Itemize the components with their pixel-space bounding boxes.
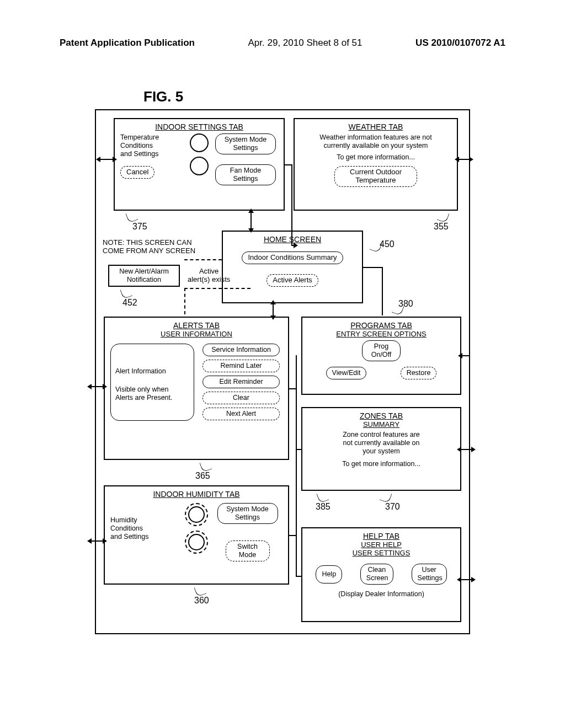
header-left: Patent Application Publication — [60, 38, 195, 49]
diagram-frame: INDOOR SETTINGS TAB Temperature Conditio… — [95, 109, 470, 634]
weather-panel: WEATHER TAB Weather information features… — [294, 118, 458, 211]
edit-reminder-button[interactable]: Edit Reminder — [202, 376, 280, 388]
hum-label-2: Conditions — [110, 524, 180, 533]
help-button[interactable]: Help — [316, 565, 342, 584]
note-text: NOTE: THIS SCREEN CAN COME FROM ANY SCRE… — [103, 238, 195, 255]
zones-title-1: ZONES TAB — [302, 411, 460, 420]
hum-label-1: Humidity — [110, 516, 180, 524]
home-title: HOME SCREEN — [223, 235, 362, 244]
connector — [461, 449, 471, 450]
indoor-settings-title: INDOOR SETTINGS TAB — [115, 122, 284, 131]
zones-panel: ZONES TAB SUMMARY Zone control features … — [301, 407, 461, 491]
help-footer: (Display Dealer Information) — [302, 590, 460, 598]
alerts-title-2: USER INFORMATION — [105, 330, 288, 338]
connector — [296, 576, 301, 577]
alerts-title-1: ALERTS TAB — [105, 321, 288, 330]
restore-button[interactable]: Restore — [401, 367, 437, 379]
figure-label: FIG. 5 — [143, 88, 183, 105]
current-outdoor-temp-button[interactable]: Current Outdoor Temperature — [334, 166, 417, 187]
new-alert-box: New Alert/Alarm Notification — [108, 265, 180, 287]
temp-label-1: Temperature — [120, 133, 185, 142]
prog-onoff-button[interactable]: Prog On/Off — [362, 340, 401, 361]
page-header: Patent Application Publication Apr. 29, … — [0, 38, 565, 49]
header-mid: Apr. 29, 2010 Sheet 8 of 51 — [248, 38, 363, 49]
help-title-3: USER SETTINGS — [302, 549, 460, 557]
connector — [291, 164, 292, 246]
help-panel: HELP TAB USER HELP USER SETTINGS Help Cl… — [301, 527, 461, 622]
alert-visible-2: Alerts are Present. — [115, 394, 189, 402]
up-arrow-button[interactable] — [190, 133, 209, 152]
zones-title-2: SUMMARY — [302, 420, 460, 429]
ref-380: 380 — [398, 299, 413, 309]
ref-365: 365 — [195, 471, 210, 481]
clear-button[interactable]: Clear — [202, 392, 280, 404]
cancel-button[interactable]: Cancel — [120, 166, 154, 179]
connector — [363, 267, 383, 268]
connector — [92, 540, 103, 542]
weather-line3: To get more information... — [295, 153, 457, 162]
connector — [184, 288, 185, 314]
ref-450: 450 — [380, 239, 395, 249]
connector — [459, 159, 469, 160]
weather-line1: Weather information features are not — [295, 133, 457, 142]
temp-label-2: Conditions — [120, 142, 185, 150]
alert-info-label: Alert Information — [115, 367, 189, 376]
system-mode-settings-button[interactable]: System Mode Settings — [215, 133, 276, 154]
ref-452: 452 — [122, 298, 137, 308]
ref-375: 375 — [132, 222, 147, 232]
alerts-panel: ALERTS TAB USER INFORMATION Alert Inform… — [104, 317, 289, 460]
connector — [100, 159, 113, 160]
connector — [382, 267, 383, 315]
humidity-title: INDOOR HUMIDITY TAB — [105, 490, 288, 499]
programs-panel: PROGRAMS TAB ENTRY SCREEN OPTIONS Prog O… — [301, 317, 461, 395]
indoor-settings-panel: INDOOR SETTINGS TAB Temperature Conditio… — [114, 118, 285, 211]
weather-title: WEATHER TAB — [295, 122, 457, 131]
hum-down-button[interactable] — [185, 531, 208, 554]
zones-l4: To get more information... — [302, 460, 460, 468]
help-title-1: HELP TAB — [302, 532, 460, 540]
hum-up-button[interactable] — [185, 503, 208, 526]
connector — [92, 386, 103, 387]
view-edit-button[interactable]: View/Edit — [326, 367, 367, 379]
fan-mode-settings-button[interactable]: Fan Mode Settings — [215, 164, 276, 185]
connector — [184, 288, 250, 289]
active-alerts-button[interactable]: Active Alerts — [266, 274, 318, 287]
next-alert-button[interactable]: Next Alert — [202, 408, 280, 420]
hum-label-3: and Settings — [110, 533, 180, 541]
indoor-conditions-summary-button[interactable]: Indoor Conditions Summary — [242, 251, 343, 264]
service-information-button[interactable]: Service Information — [202, 344, 280, 356]
connector — [289, 388, 296, 389]
connector — [296, 449, 301, 450]
home-screen-panel: HOME SCREEN Indoor Conditions Summary Ac… — [222, 231, 363, 303]
zones-l2: not currently available on — [302, 439, 460, 447]
connector — [273, 304, 274, 315]
connector — [291, 245, 294, 246]
ref-360: 360 — [194, 596, 209, 606]
remind-later-button[interactable]: Remind Later — [202, 360, 280, 372]
zones-l1: Zone control features are — [302, 431, 460, 439]
hum-sysmode-button[interactable]: System Mode Settings — [217, 503, 278, 524]
programs-title-2: ENTRY SCREEN OPTIONS — [302, 330, 460, 338]
connector — [461, 579, 471, 580]
active-alerts-exists-label: Active alert(s) exists — [188, 267, 230, 283]
header-right: US 2010/0107072 A1 — [415, 38, 505, 49]
humidity-panel: INDOOR HUMIDITY TAB Humidity Conditions … — [104, 485, 289, 585]
switch-mode-button[interactable]: Switch Mode — [226, 540, 270, 561]
alert-visible-1: Visible only when — [115, 386, 189, 394]
down-arrow-button[interactable] — [190, 157, 209, 175]
ref-355: 355 — [434, 222, 449, 232]
connector — [250, 213, 252, 228]
programs-title-1: PROGRAMS TAB — [302, 321, 460, 330]
connector — [184, 259, 222, 260]
zones-l3: your system — [302, 447, 460, 456]
clean-screen-button[interactable]: Clean Screen — [360, 564, 393, 585]
ref-385: 385 — [316, 502, 331, 512]
help-title-2: USER HELP — [302, 540, 460, 549]
user-settings-button[interactable]: User Settings — [412, 564, 447, 585]
weather-line2: currently available on your system — [295, 142, 457, 150]
ref-370: 370 — [385, 502, 400, 512]
connector — [462, 355, 470, 356]
connector — [296, 355, 297, 576]
temp-label-3: and Settings — [120, 150, 185, 158]
